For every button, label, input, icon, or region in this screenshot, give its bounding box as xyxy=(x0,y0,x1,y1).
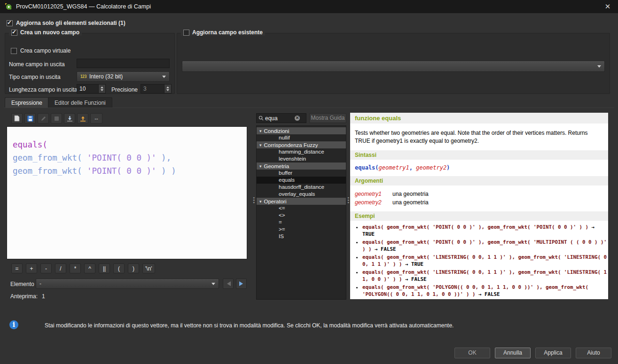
clear-search-icon[interactable]: ✕ xyxy=(295,116,300,121)
operator-button-op[interactable]: / xyxy=(55,263,66,273)
tree-group-operatori[interactable]: ▾Operatori xyxy=(257,198,346,205)
tree-item-levenshtein[interactable]: levenshtein xyxy=(257,155,346,163)
syntax-heading: Sintassi xyxy=(350,150,608,160)
new-expression-button[interactable] xyxy=(11,113,23,124)
expression-code-line: geom_from_wkt( 'POINT( 0 0 )' ), xyxy=(13,151,241,164)
checkbox-checked-icon[interactable] xyxy=(7,20,13,26)
create-new-field-checkbox[interactable]: Crea un nuovo campo xyxy=(9,29,82,36)
update-existing-field-checkbox[interactable]: Aggiorna campo esistente xyxy=(181,29,265,36)
example-code: equals( geom_from_wkt( 'POLYGON(( 0 0, 0… xyxy=(362,284,588,297)
syntax-token: ) xyxy=(446,164,450,171)
chevron-down-icon xyxy=(597,65,601,70)
previous-feature-button[interactable] xyxy=(223,279,234,289)
title-bar: ProvCM01012025_WGS84 — Calcolatore di Ca… xyxy=(0,0,618,13)
preview-value: 1 xyxy=(42,293,45,300)
arrow-left-icon xyxy=(225,281,231,286)
expression-toolbar: -- xyxy=(11,113,102,124)
export-expressions-button[interactable] xyxy=(77,113,88,124)
delete-expression-button[interactable] xyxy=(51,113,62,124)
operator-button-op[interactable]: - xyxy=(40,263,52,273)
cancel-button[interactable]: Annulla xyxy=(495,348,531,358)
edit-expression-button[interactable] xyxy=(38,113,49,124)
operator-button-op[interactable]: ) xyxy=(128,263,139,273)
expression-editor[interactable]: equals(geom_from_wkt( 'POINT( 0 0 )' ),g… xyxy=(7,126,247,259)
close-icon[interactable]: ✕ xyxy=(602,2,613,11)
search-input[interactable] xyxy=(265,115,293,122)
save-expression-button[interactable] xyxy=(24,113,36,124)
tree-item-op[interactable]: = xyxy=(257,219,346,226)
splitter-handle[interactable]: ● ● ● xyxy=(253,196,255,203)
tab-espressione-label: Espressione xyxy=(11,100,42,106)
example-code: equals( geom_from_wkt( 'POINT( 0 0 )' ),… xyxy=(362,224,592,230)
operator-button-op[interactable]: = xyxy=(11,263,23,273)
tree-item-op[interactable]: <= xyxy=(257,205,346,212)
tree-item-hausdorff-distance[interactable]: hausdorff_distance xyxy=(257,184,346,191)
arguments-table: geometry1una geometriageometry2una geome… xyxy=(350,186,608,211)
checkbox-unchecked-icon[interactable] xyxy=(11,48,17,54)
example-item: equals( geom_from_wkt( 'POLYGON(( 0 0, 0… xyxy=(362,284,608,298)
element-combo[interactable]: - xyxy=(36,279,219,289)
search-icon xyxy=(258,116,264,121)
checkbox-checked-icon[interactable] xyxy=(11,30,17,36)
tree-item-op[interactable]: <> xyxy=(257,212,346,219)
tab-espressione[interactable]: Espressione xyxy=(5,97,49,108)
tree-item-hamming-distance[interactable]: hamming_distance xyxy=(257,148,346,155)
checkbox-unchecked-icon[interactable] xyxy=(183,30,189,36)
example-result: → FALSE xyxy=(405,276,427,282)
operator-button-op[interactable]: ( xyxy=(113,263,125,273)
output-length-label: Lunghezza campo in uscita xyxy=(9,86,77,93)
operator-button-op[interactable]: ^ xyxy=(84,263,95,273)
edit-mode-warning-text: Stai modificando le informazioni di ques… xyxy=(45,322,595,329)
create-new-field-group: Crea un nuovo campo Crea campo virtuale … xyxy=(5,33,175,94)
argument-description: una geometria xyxy=(392,191,429,197)
spinner-arrows-icon[interactable] xyxy=(98,85,105,93)
tree-item-overlay-equals[interactable]: overlay_equals xyxy=(257,191,346,198)
expression-token: ( xyxy=(77,166,87,176)
example-item: equals( geom_from_wkt( 'LINESTRING( 0 0,… xyxy=(362,254,608,268)
virtual-field-checkbox[interactable]: Crea campo virtuale xyxy=(11,47,70,54)
tree-item-buffer[interactable]: buffer xyxy=(257,170,346,177)
tree-item-equals[interactable]: equals xyxy=(257,177,346,184)
length-spinbox[interactable]: 10 xyxy=(77,84,106,93)
tree-group-corrispondenza-fuzzy[interactable]: ▾Corrispondenza Fuzzy xyxy=(257,141,346,148)
help-button[interactable]: Aiuto xyxy=(576,348,611,358)
tree-item-op[interactable]: >= xyxy=(257,226,346,233)
tree-group-geometria[interactable]: ▾Geometria xyxy=(257,163,346,170)
output-name-input[interactable] xyxy=(77,59,170,68)
existing-field-combo[interactable] xyxy=(182,61,605,72)
expand-icon: ▾ xyxy=(259,199,262,204)
tree-group-condizioni[interactable]: ▾Condizioni xyxy=(257,127,346,134)
element-label: Elemento xyxy=(10,281,34,287)
example-code: equals( geom_from_wkt( 'LINESTRING( 0 0,… xyxy=(362,269,607,282)
tab-editor-funzioni[interactable]: Editor delle Funzioni xyxy=(48,97,112,108)
window-title: ProvCM01012025_WGS84 — Calcolatore di Ca… xyxy=(16,3,151,10)
precision-spinbox[interactable]: 3 xyxy=(141,84,172,93)
import-expressions-button[interactable] xyxy=(64,113,75,124)
tree-item-is[interactable]: IS xyxy=(257,233,346,240)
spinner-arrows-icon[interactable] xyxy=(164,85,171,93)
operator-buttons-row: =+-/*^||()'\n' xyxy=(11,263,155,273)
operator-button-n[interactable]: '\n' xyxy=(142,263,155,273)
operator-button-op[interactable]: + xyxy=(26,263,37,273)
tree-item-nullif[interactable]: nullif xyxy=(257,134,346,141)
ok-button[interactable]: OK xyxy=(454,348,490,358)
example-code: equals( geom_from_wkt( 'POINT( 0 0 )' ),… xyxy=(362,239,607,252)
element-value: - xyxy=(39,280,41,287)
output-type-combo[interactable]: 123 Intero (32 bit) xyxy=(77,71,170,82)
preview-label: Anteprima: xyxy=(10,293,38,300)
apply-button[interactable]: Applica xyxy=(535,348,571,358)
next-feature-button[interactable] xyxy=(236,279,247,289)
operator-button-op[interactable]: || xyxy=(99,263,110,273)
operator-button-op[interactable]: * xyxy=(70,263,81,273)
precision-label: Precisione xyxy=(111,86,138,93)
splitter-handle[interactable]: ● ● ● xyxy=(347,196,349,203)
function-search-box[interactable]: ✕ xyxy=(256,113,306,123)
only-selected-checkbox[interactable]: Aggiorna solo gli elementi selezionati (… xyxy=(7,20,125,26)
length-value: 10 xyxy=(77,85,98,93)
expression-token: geom_from_wkt xyxy=(13,166,77,176)
dash-button[interactable]: -- xyxy=(90,113,102,124)
syntax-token: geometry1 xyxy=(379,164,409,171)
expression-token: ) ) xyxy=(156,166,176,176)
example-result: → TRUE xyxy=(405,261,423,267)
show-help-button[interactable]: Mostra Guida xyxy=(309,113,346,123)
